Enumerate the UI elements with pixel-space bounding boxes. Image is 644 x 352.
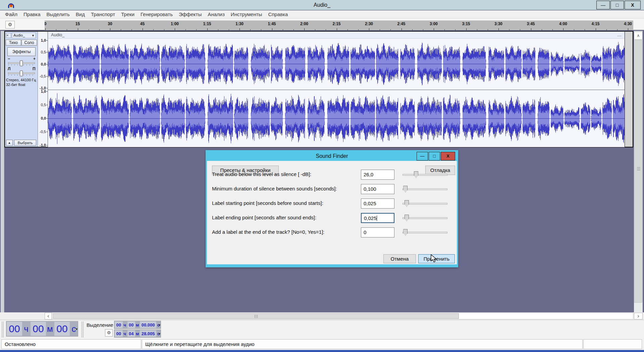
timeline-options-button[interactable]: ⚙ [5,21,15,29]
scroll-left-button[interactable]: ‹ [45,313,52,319]
dialog-input-0[interactable]: 26,0 [361,170,394,180]
gain-slider[interactable] [20,60,23,66]
menu-7[interactable]: Эффекты [176,10,205,18]
ruler-label: 4:15 [591,21,599,26]
dialog-input-value-1: 0,100 [364,186,376,192]
minimize-button[interactable]: — [596,1,610,9]
vruler-tick [46,52,48,52]
dialog-maximize-button[interactable]: □ [429,152,440,161]
slider-thumb[interactable] [414,171,418,178]
slider-thumb[interactable] [405,215,409,221]
ruler-tick-minor [229,29,229,30]
track-name-label: Audio_ [13,33,25,37]
cancel-label: Отмена [391,256,409,262]
hscroll-track[interactable] [52,313,633,319]
solo-label: Соло [24,40,34,45]
solo-button[interactable]: Соло [21,40,37,46]
slider-thumb[interactable] [403,229,408,236]
ruler-tick-minor [89,29,89,30]
clip-title-bar[interactable]: Audio_ … [48,32,625,39]
menu-10[interactable]: Справка [265,10,291,18]
ruler-tick-minor [444,29,445,30]
menu-4[interactable]: Транспорт [88,10,118,18]
selection-start-display[interactable]: 00ч00м00.000с ▾ [114,321,161,329]
menu-6[interactable]: Генерировать [138,10,176,18]
toolbar-grip[interactable] [81,321,84,338]
menu-2[interactable]: Выделить [44,10,73,18]
mute-button[interactable]: Тихо [6,40,21,46]
vruler-label: 0,0 [41,62,46,66]
ruler-label: 2:30 [365,21,373,26]
selection-options-button[interactable]: ⚙ [105,329,113,337]
time-unit: м [135,330,140,337]
time-digits[interactable]: 00 [127,321,136,328]
menu-8[interactable]: Анализ [205,10,228,18]
menu-9[interactable]: Инструменты [228,10,265,18]
ruler-tick [175,28,175,30]
ruler-tick-minor [283,29,283,30]
effects-button[interactable]: Эффекты [7,47,36,56]
toolbar-grip[interactable] [1,321,4,338]
hscroll-thumb[interactable] [53,313,459,319]
slider-groove [402,188,447,190]
vruler-label: 0,5 [41,103,46,107]
dialog-slider-4[interactable] [402,229,447,236]
transport-time-display[interactable]: 00ч00м00с ▾ [6,321,78,337]
track-close-icon: × [6,33,8,37]
maximize-button[interactable]: □ [610,1,624,9]
select-track-button[interactable]: Выбрать [14,140,36,146]
slider-thumb[interactable] [403,186,408,192]
ruler-tick-minor [552,29,553,30]
close-button[interactable]: X [625,1,641,9]
track-close-button[interactable]: × [6,33,11,38]
dialog-slider-3[interactable] [402,214,447,222]
ruler-tick-minor [455,29,455,30]
track-name-dropdown[interactable]: Audio_ ▼ [12,33,36,38]
dialog-minimize-button[interactable]: — [417,152,428,161]
time-digits[interactable]: 04 [127,330,136,337]
dialog-input-3[interactable]: 0,025 [361,213,394,223]
menu-1[interactable]: Правка [20,10,44,18]
ruler-label: 3:30 [494,21,502,26]
timeline-ruler[interactable]: 01530451:001:151:301:452:002:152:302:453… [45,20,633,30]
time-digits[interactable]: 00 [115,330,123,337]
menu-0[interactable]: Файл [2,10,20,18]
clip-menu-icon[interactable]: … [617,32,622,38]
time-digits[interactable]: 00.000 [140,321,156,328]
scroll-right-button[interactable]: › [634,313,643,319]
ruler-tick-minor [358,29,359,30]
waveform-channel-left[interactable] [48,39,625,89]
dialog-slider-2[interactable] [402,200,447,207]
cancel-button[interactable]: Отмена [383,254,416,263]
time-digits[interactable]: 00 [7,322,22,336]
dialog-slider-0[interactable] [402,171,447,178]
ruler-label: 45 [140,21,145,26]
dialog-input-2[interactable]: 0,025 [361,199,394,209]
collapse-track-button[interactable]: ▲ [6,140,13,146]
dialog-close-button[interactable]: X [441,152,455,161]
slider-thumb[interactable] [405,200,409,207]
dialog-input-1[interactable]: 0,100 [361,184,394,194]
ruler-tick-minor [477,29,477,30]
pan-slider[interactable] [20,71,23,76]
time-digits[interactable]: 28.005 [140,330,156,337]
scroll-up-button[interactable]: ∧ [634,32,643,40]
time-digits[interactable]: 00 [54,322,70,336]
dialog-slider-1[interactable] [402,185,447,193]
menu-5[interactable]: Треки [118,10,138,18]
dialog-row-label-1: Minimum duration of silence between soun… [212,186,337,191]
time-digits[interactable]: 00 [31,322,46,336]
ruler-tick [531,28,531,30]
vscroll-thumb[interactable] [634,40,642,303]
waveform-channel-right[interactable] [48,90,625,147]
vertical-ruler[interactable]: 1,00,50,0-0,5-1,01,00,50,0-0,5-1,0 [38,32,48,147]
selection-end-display[interactable]: 00ч04м28.005с ▾ [114,329,161,338]
menu-3[interactable]: Вид [73,10,88,18]
ruler-tick-minor [380,29,380,30]
dialog-titlebar[interactable]: Sound Finder — □ X [207,151,457,161]
ruler-tick-minor [412,29,413,30]
chevron-down-icon: ▾ [76,327,77,331]
ruler-tick [434,28,434,30]
time-digits[interactable]: 00 [115,321,123,328]
dialog-input-4[interactable]: 0 [361,227,394,237]
